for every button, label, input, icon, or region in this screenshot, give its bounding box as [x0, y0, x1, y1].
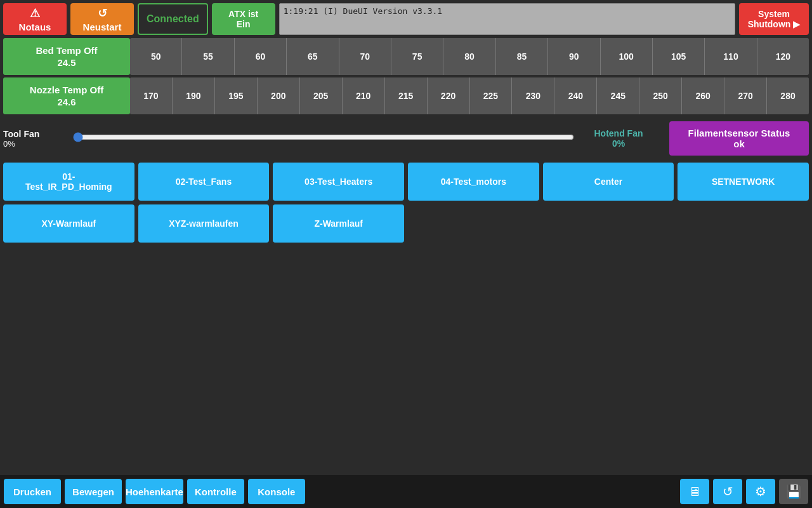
nozzle-temp-btn-280[interactable]: 280	[767, 77, 809, 114]
nozzle-temp-row: Nozzle Temp Off24.6 17019019520020521021…	[3, 77, 809, 114]
neustart-label: Neustart	[83, 22, 122, 32]
nozzle-temp-btn-200[interactable]: 200	[258, 77, 300, 114]
atx-label: ATX istEin	[228, 9, 258, 29]
hotend-fan-percent: 0%	[612, 138, 625, 149]
macro-btn-row2-0[interactable]: XY-Warmlauf	[3, 204, 134, 243]
nozzle-temp-btn-260[interactable]: 260	[682, 77, 724, 114]
nozzle-temp-btn-190[interactable]: 190	[173, 77, 215, 114]
bed-temp-label: Bed Temp Off24.5	[3, 38, 130, 75]
nozzle-temp-btn-205[interactable]: 205	[300, 77, 343, 114]
bed-temp-btn-85[interactable]: 85	[496, 38, 548, 75]
nozzle-temp-btn-230[interactable]: 230	[512, 77, 554, 114]
nozzle-temp-label: Nozzle Temp Off24.6	[3, 77, 130, 114]
connected-button[interactable]: Connected	[138, 3, 208, 35]
screen-icon-button[interactable]: 🖥	[680, 479, 709, 504]
nav-hoehenkarte[interactable]: Hoehenkarte	[126, 479, 183, 504]
macro-btn-row1-1[interactable]: 02-Test_Fans	[138, 163, 270, 201]
bed-temp-btn-70[interactable]: 70	[339, 38, 391, 75]
nozzle-temp-btn-270[interactable]: 270	[724, 77, 767, 114]
nav-bewegen[interactable]: Bewegen	[65, 479, 122, 504]
macro-btn-row1-5[interactable]: SETNETWORK	[678, 163, 809, 201]
tool-fan-section: Tool Fan 0%	[3, 129, 67, 149]
bed-temp-btn-120[interactable]: 120	[757, 38, 809, 75]
macro-btn-row2-4	[543, 204, 674, 243]
nozzle-temp-btn-210[interactable]: 210	[343, 77, 385, 114]
nozzle-temp-btn-220[interactable]: 220	[428, 77, 470, 114]
macro-grid-row2: XY-WarmlaufXYZ-warmlaufenZ-Warmlauf	[3, 204, 809, 243]
hotend-fan-label: Hotend Fan	[594, 128, 643, 138]
fan-slider[interactable]	[73, 132, 574, 142]
macro-btn-row1-4[interactable]: Center	[543, 163, 674, 201]
bed-temp-btn-90[interactable]: 90	[548, 38, 600, 75]
bed-temp-btn-100[interactable]: 100	[601, 38, 653, 75]
neustart-button[interactable]: ↺ Neustart	[70, 3, 134, 35]
bed-temp-btn-60[interactable]: 60	[235, 38, 287, 75]
notaus-button[interactable]: ⚠ Notaus	[3, 3, 67, 35]
bed-temp-btn-65[interactable]: 65	[287, 38, 339, 75]
nozzle-temp-btn-170[interactable]: 170	[130, 77, 173, 114]
nav-konsole[interactable]: Konsole	[248, 479, 305, 504]
screen-icon: 🖥	[688, 485, 701, 499]
nozzle-temp-btn-240[interactable]: 240	[554, 77, 597, 114]
system-shutdown-button[interactable]: SystemShutdown ▶	[739, 3, 809, 35]
settings-icon-button[interactable]: ⚙	[746, 479, 775, 504]
save-icon: 💾	[786, 484, 802, 499]
macro-btn-row2-1[interactable]: XYZ-warmlaufen	[138, 204, 270, 243]
log-textarea[interactable]: 1:19:21 (I) DueUI Version v3.3.1	[279, 3, 735, 35]
nozzle-temp-btn-245[interactable]: 245	[597, 77, 639, 114]
nozzle-temp-btn-215[interactable]: 215	[385, 77, 428, 114]
macro-btn-row1-0[interactable]: 01-Test_IR_PD_Homing	[3, 163, 134, 201]
macro-btn-row2-3	[408, 204, 539, 243]
refresh-icon: ↺	[723, 484, 733, 499]
macro-btn-row2-2[interactable]: Z-Warmlauf	[273, 204, 404, 243]
macro-btn-row2-5	[678, 204, 809, 243]
macro-btn-row1-2[interactable]: 03-Test_Heaters	[273, 163, 404, 201]
nav-drucken[interactable]: Drucken	[4, 479, 61, 504]
hotend-fan-section: Hotend Fan 0%	[580, 128, 657, 149]
warning-icon: ⚠	[30, 6, 40, 20]
notaus-label: Notaus	[19, 22, 51, 32]
nav-kontrolle[interactable]: Kontrolle	[187, 479, 244, 504]
bed-temp-btn-50[interactable]: 50	[130, 38, 182, 75]
bed-temp-row: Bed Temp Off24.5 50556065707580859010010…	[3, 38, 809, 75]
bed-temp-btn-75[interactable]: 75	[391, 38, 443, 75]
bed-temp-btn-80[interactable]: 80	[443, 38, 495, 75]
atx-button[interactable]: ATX istEin	[212, 3, 275, 35]
refresh-icon-button[interactable]: ↺	[713, 479, 742, 504]
nozzle-temp-btn-225[interactable]: 225	[470, 77, 513, 114]
nozzle-temp-buttons: 1701901952002052102152202252302402452502…	[130, 77, 809, 114]
tool-fan-label: Tool Fan	[3, 129, 39, 139]
nozzle-temp-btn-195[interactable]: 195	[215, 77, 258, 114]
macro-grid-row1: 01-Test_IR_PD_Homing02-Test_Fans03-Test_…	[3, 163, 809, 201]
macro-btn-row1-3[interactable]: 04-Test_motors	[408, 163, 539, 201]
nozzle-temp-btn-250[interactable]: 250	[639, 77, 682, 114]
fan-row: Tool Fan 0% Hotend Fan 0% Filamentsensor…	[3, 119, 809, 157]
tool-fan-percent: 0%	[3, 139, 15, 149]
fan-slider-container	[67, 132, 580, 145]
restart-icon: ↺	[98, 6, 107, 20]
system-shutdown-label: SystemShutdown ▶	[748, 9, 801, 29]
connected-label: Connected	[147, 13, 199, 24]
top-bar: ⚠ Notaus ↺ Neustart Connected ATX istEin…	[0, 0, 812, 38]
bottom-bar: Drucken Bewegen Hoehenkarte Kontrolle Ko…	[0, 475, 812, 508]
gear-icon: ⚙	[755, 484, 766, 499]
bed-temp-btn-105[interactable]: 105	[653, 38, 705, 75]
bed-temp-buttons: 505560657075808590100105110120	[130, 38, 809, 75]
filament-sensor-status: Filamentsensor Statusok	[669, 121, 809, 156]
bed-temp-btn-110[interactable]: 110	[705, 38, 757, 75]
bed-temp-btn-55[interactable]: 55	[182, 38, 234, 75]
save-icon-button[interactable]: 💾	[779, 479, 808, 504]
